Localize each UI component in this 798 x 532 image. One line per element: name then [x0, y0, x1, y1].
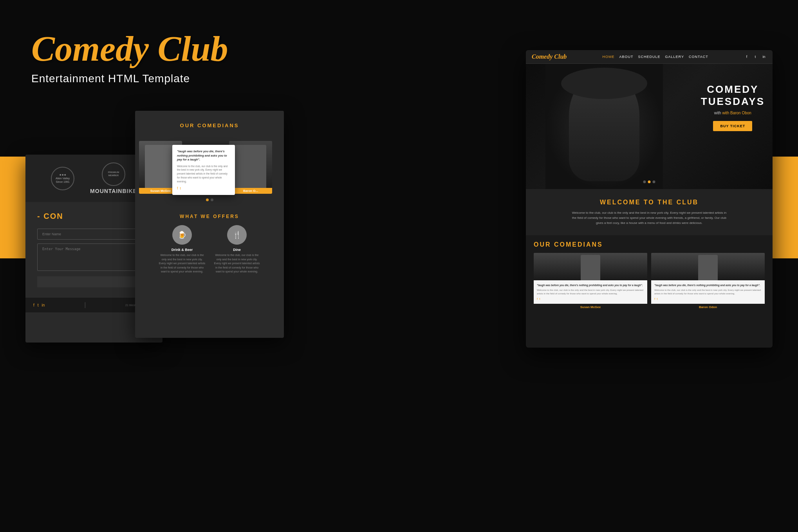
dine-title: Dine — [213, 248, 260, 252]
comedians-cards-row: Susan McGee "laugh was before you die, t… — [135, 141, 284, 194]
main-comedian-card-2: "laugh was before you die, there's nothi… — [651, 253, 765, 310]
popup-social: f t — [177, 186, 230, 190]
orange-bar-right — [773, 157, 798, 258]
comedian-photo-1 — [534, 253, 647, 280]
comedian-info-2: "laugh was before you die, there's nothi… — [651, 280, 765, 304]
drink-desc: Welcome to the club, our club is the onl… — [159, 253, 206, 274]
popup-twitter-icon[interactable]: t — [180, 186, 181, 190]
comedian-twitter-icon-2[interactable]: t — [657, 297, 657, 301]
comedian-silhouette-1 — [581, 255, 600, 280]
offer-drink: 🍺 Drink & Beer Welcome to the club, our … — [159, 225, 206, 274]
slide-dot-2[interactable] — [211, 198, 213, 201]
facebook-icon[interactable]: f — [744, 54, 749, 60]
popup-facebook-icon[interactable]: f — [177, 186, 178, 190]
nav-contact[interactable]: CONTACT — [689, 55, 708, 59]
drink-icon: 🍺 — [172, 225, 192, 245]
comedian-social-2: f t — [654, 297, 762, 301]
comedian-quote-2: "laugh was before you die, there's nothi… — [654, 283, 762, 287]
comedian-photo-mid-2 — [229, 141, 272, 188]
sponsor-circle-1: ★★★Alien ValleySince 1991 — [51, 167, 74, 190]
hero-figure — [545, 64, 663, 189]
comedian-desc-1: Welcome to the club, our club is the onl… — [537, 289, 644, 295]
comedian-name-1: Susan McGee — [534, 304, 647, 310]
contact-name-input[interactable] — [37, 229, 151, 240]
nav-social: f t in — [744, 54, 767, 60]
slide-dot-1[interactable] — [206, 198, 209, 201]
sponsor-1: ★★★Alien ValleySince 1991 — [51, 167, 74, 190]
offer-dine: 🍴 Dine Welcome to the club, our club is … — [213, 225, 260, 274]
comedian-facebook-icon-2[interactable]: f — [654, 297, 655, 301]
middle-browser-window: OUR COMEDIANS Susan McGee "laugh was bef… — [135, 111, 284, 338]
drink-title: Drink & Beer — [159, 248, 206, 252]
footer-social: f t in — [33, 303, 45, 307]
popup-quote: "laugh was before you die, there's nothi… — [177, 150, 230, 162]
comedian-facebook-icon[interactable]: f — [537, 297, 538, 301]
footer-divider: | — [84, 301, 86, 308]
main-comedian-card-1: "laugh was before you die, there's nothi… — [534, 253, 647, 310]
nav-logo: Comedy Club — [532, 53, 567, 60]
main-comedians-grid: "laugh was before you die, there's nothi… — [534, 253, 765, 310]
footer-facebook-icon[interactable]: f — [33, 303, 34, 307]
comedian-info-1: "laugh was before you die, there's nothi… — [534, 280, 647, 304]
main-comedians-title: OUR COMEDIANS — [534, 241, 765, 248]
comedian-photo-shape-2 — [235, 145, 266, 188]
sponsor-2: PREMIUMMEMBER MOUNTAINBIKE — [90, 162, 137, 194]
dine-icon: 🍴 — [227, 225, 247, 245]
welcome-text: Welcome to the club, our club is the onl… — [571, 211, 728, 225]
comedian-card-mid-2: Baron O... — [229, 141, 272, 194]
left-title-area: Comedy Club Entertainment HTML Template — [31, 31, 228, 85]
main-logo: Comedy Club — [31, 31, 228, 67]
dot-2[interactable] — [648, 180, 651, 183]
comedian-twitter-icon[interactable]: t — [539, 297, 540, 301]
hero-title: COMEDY TUESDAYS — [701, 83, 765, 108]
nav-home[interactable]: HOME — [603, 55, 615, 59]
nav-about[interactable]: ABOUT — [619, 55, 634, 59]
comedian-social-1: f t — [537, 297, 644, 301]
hero-section: COMEDY TUESDAYS with with Baron Obon BUY… — [526, 64, 773, 189]
sponsor-circle-2: PREMIUMMEMBER — [102, 162, 125, 186]
hero-subtitle: with with Baron Obon — [701, 111, 765, 115]
hero-dots — [643, 180, 655, 183]
main-browser-window: Comedy Club HOME ABOUT SCHEDULE GALLERY … — [526, 50, 773, 348]
comedians-section-title: OUR COMEDIANS — [143, 123, 276, 128]
comedian-desc-2: Welcome to the club, our club is the onl… — [654, 289, 762, 295]
buy-ticket-button[interactable]: BUY TICKET — [713, 121, 752, 131]
popup-desc: Welcome to the club, our club is the onl… — [177, 164, 230, 184]
comedian-silhouette-2 — [698, 255, 718, 280]
slide-dots — [135, 194, 284, 206]
comedian-popup-card: "laugh was before you die, there's nothi… — [172, 145, 235, 195]
comedians-header: OUR COMEDIANS — [135, 111, 284, 141]
nav-links: HOME ABOUT SCHEDULE GALLERY CONTACT — [603, 55, 708, 59]
footer-twitter-icon[interactable]: t — [38, 303, 39, 307]
welcome-title: WELCOME TO THE CLUB — [538, 199, 761, 206]
contact-title: - CON — [37, 212, 151, 221]
orange-bar-left — [0, 157, 25, 258]
dot-3[interactable] — [653, 180, 655, 183]
dot-1[interactable] — [643, 180, 646, 183]
browser-navbar: Comedy Club HOME ABOUT SCHEDULE GALLERY … — [526, 50, 773, 64]
nav-gallery[interactable]: GALLERY — [665, 55, 684, 59]
twitter-icon[interactable]: t — [753, 54, 758, 60]
offers-grid: 🍺 Drink & Beer Welcome to the club, our … — [143, 225, 276, 274]
sponsor-name-2: MOUNTAINBIKE — [90, 188, 137, 194]
dine-desc: Welcome to the club, our club is the onl… — [213, 253, 260, 274]
submit-bar: SU — [37, 276, 151, 287]
nav-schedule[interactable]: SCHEDULE — [638, 55, 661, 59]
instagram-icon[interactable]: in — [761, 54, 767, 60]
main-subtitle: Entertainment HTML Template — [31, 72, 228, 85]
contact-message-input[interactable] — [37, 243, 151, 271]
footer-instagram-icon[interactable]: in — [42, 303, 45, 307]
comedian-photo-2 — [651, 253, 765, 280]
offers-title: WHAT WE OFFERS — [143, 214, 276, 219]
comedian-photo-shape-1 — [145, 145, 176, 188]
welcome-section: WELCOME TO THE CLUB Welcome to the club,… — [526, 189, 773, 235]
hero-text-area: COMEDY TUESDAYS with with Baron Obon BUY… — [701, 83, 765, 131]
comedian-quote-1: "laugh was before you die, there's nothi… — [537, 283, 644, 287]
comedian-name-mid-2: Baron O... — [229, 188, 272, 194]
main-comedians-section: OUR COMEDIANS "laugh was before you die,… — [526, 235, 773, 316]
comedian-name-2: Baron Odon — [651, 304, 765, 310]
offers-section: WHAT WE OFFERS 🍺 Drink & Beer Welcome to… — [135, 206, 284, 282]
